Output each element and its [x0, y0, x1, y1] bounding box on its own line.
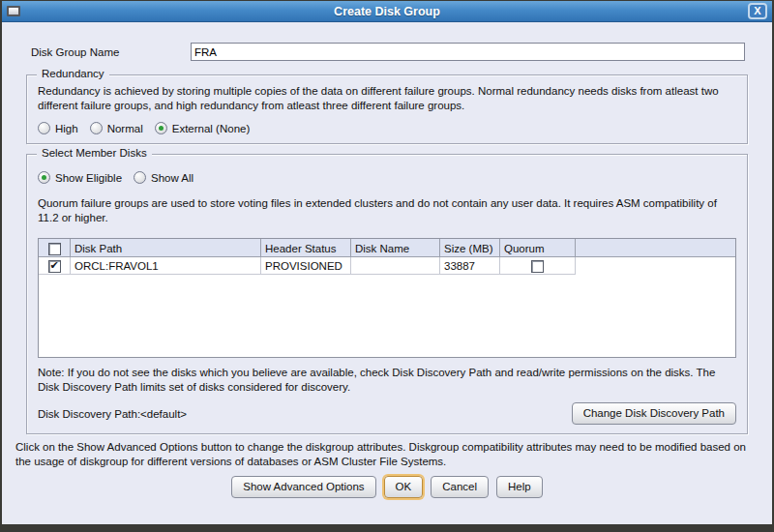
radio-external-label: External (None) [172, 123, 251, 134]
close-icon[interactable]: X [748, 3, 767, 19]
redundancy-groupbox: Redundancy Redundancy is achieved by sto… [26, 74, 748, 144]
radio-normal-label: Normal [107, 123, 143, 134]
select-all-header-cell[interactable] [39, 239, 71, 257]
radio-show-eligible[interactable]: Show Eligible [38, 171, 122, 184]
disk-group-name-label: Disk Group Name [31, 46, 191, 58]
row-select-cell[interactable] [39, 257, 71, 275]
member-disks-groupbox: Select Member Disks Show Eligible Show A… [26, 154, 748, 434]
change-disk-discovery-path-button[interactable]: Change Disk Discovery Path [572, 402, 736, 425]
title-bar[interactable]: Create Disk Group X [2, 1, 772, 22]
row-select-checkbox[interactable] [48, 260, 61, 273]
column-header-size-mb[interactable]: Size (MB) [440, 239, 500, 257]
radio-show-all-label: Show All [151, 172, 194, 184]
row-disk-path-cell: ORCL:FRAVOL1 [71, 257, 261, 275]
column-header-quorum[interactable]: Quorum [500, 239, 576, 257]
disk-group-name-row: Disk Group Name [31, 43, 745, 61]
footer-buttons: Show Advanced Options OK Cancel Help [4, 476, 770, 498]
redundancy-title: Redundancy [37, 68, 109, 79]
disk-group-name-input[interactable] [191, 43, 745, 61]
disks-table[interactable]: Disk Path Header Status Disk Name Size (… [38, 238, 736, 358]
radio-external-icon[interactable] [155, 122, 167, 134]
radio-external[interactable]: External (None) [155, 122, 251, 134]
radio-high-label: High [55, 123, 78, 134]
radio-show-all[interactable]: Show All [134, 171, 194, 184]
window-title: Create Disk Group [2, 5, 772, 18]
radio-show-all-icon[interactable] [134, 171, 146, 184]
radio-show-eligible-icon[interactable] [38, 171, 50, 184]
radio-normal[interactable]: Normal [90, 122, 143, 134]
row-filler-cell [576, 257, 735, 275]
quorum-note: Quorum failure groups are used to store … [38, 196, 736, 224]
row-quorum-checkbox[interactable] [531, 260, 544, 273]
radio-high-icon[interactable] [38, 122, 50, 134]
row-quorum-cell[interactable] [500, 257, 576, 275]
disk-filter-options: Show Eligible Show All [38, 171, 736, 184]
column-header-disk-name[interactable]: Disk Name [351, 239, 440, 257]
row-size-mb-cell: 33887 [440, 257, 500, 275]
ok-button[interactable]: OK [384, 476, 424, 498]
redundancy-options: High Normal External (None) [38, 122, 736, 134]
cancel-button[interactable]: Cancel [431, 476, 489, 498]
column-header-filler [576, 239, 735, 257]
dialog-content: Disk Group Name Redundancy Redundancy is… [2, 22, 772, 524]
help-button[interactable]: Help [496, 476, 543, 498]
radio-show-eligible-label: Show Eligible [55, 172, 122, 184]
row-disk-name-cell [351, 257, 440, 275]
redundancy-description: Redundancy is achieved by storing multip… [38, 84, 736, 112]
radio-normal-icon[interactable] [90, 122, 103, 134]
row-header-status-cell: PROVISIONED [261, 257, 351, 275]
disk-discovery-path-label: Disk Discovery Path:<default> [38, 408, 187, 420]
disks-note: Note: If you do not see the disks which … [38, 366, 736, 394]
select-all-checkbox[interactable] [48, 243, 61, 255]
radio-high[interactable]: High [38, 122, 78, 134]
show-advanced-options-button[interactable]: Show Advanced Options [231, 476, 375, 498]
column-header-header-status[interactable]: Header Status [261, 239, 351, 257]
advanced-options-hint: Click on the Show Advanced Options butto… [15, 440, 759, 468]
disks-table-header: Disk Path Header Status Disk Name Size (… [39, 239, 735, 257]
column-header-disk-path[interactable]: Disk Path [71, 239, 261, 257]
disk-discovery-row: Disk Discovery Path:<default> Change Dis… [38, 402, 736, 425]
member-disks-title: Select Member Disks [37, 147, 152, 159]
create-disk-group-dialog: Create Disk Group X Disk Group Name Redu… [0, 0, 774, 532]
table-row[interactable]: ORCL:FRAVOL1 PROVISIONED 33887 [39, 257, 735, 275]
